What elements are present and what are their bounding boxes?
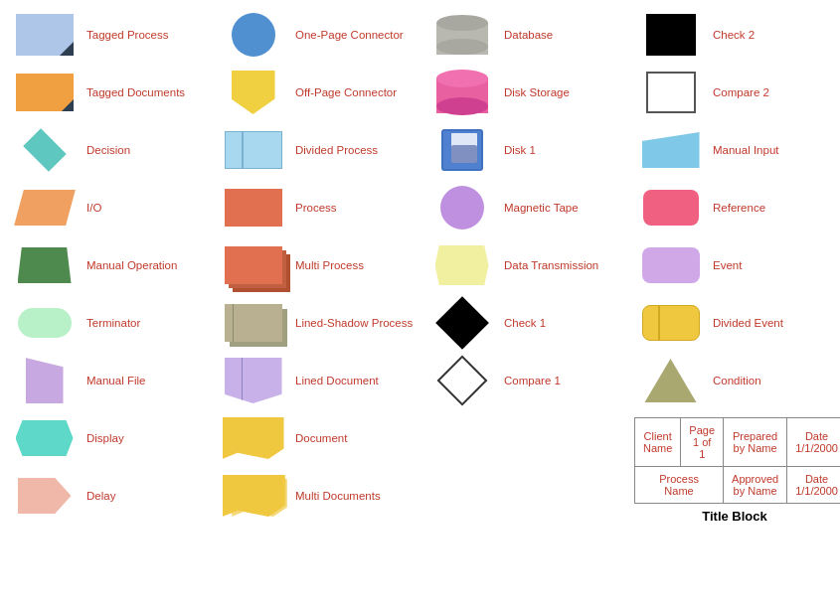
process-shape	[225, 189, 282, 227]
multi-documents-label: Multi Documents	[295, 489, 381, 504]
terminator-label: Terminator	[86, 316, 140, 331]
tagged-process-shape	[16, 14, 74, 56]
legend-tagged-process: Tagged Process	[4, 6, 213, 64]
delay-shape	[18, 478, 72, 514]
tb-prepared-by: Prepared by Name	[724, 418, 787, 467]
process-label: Process	[295, 201, 337, 216]
compare1-label: Compare 1	[504, 374, 561, 388]
disk1-shape	[441, 129, 483, 171]
decision-shape	[23, 128, 67, 172]
compare2-shape	[646, 72, 696, 113]
legend-magnetic-tape: Magnetic Tape	[421, 179, 630, 236]
compare2-label: Compare 2	[713, 85, 769, 100]
disk-storage-label: Disk Storage	[504, 85, 570, 100]
title-block-label: Title Block	[634, 509, 835, 524]
legend-lined-document: Lined Document	[213, 352, 421, 409]
legend-display: Display	[4, 409, 213, 467]
magnetic-tape-label: Magnetic Tape	[504, 201, 579, 216]
legend-check2: Check 2	[630, 6, 839, 64]
event-shape	[642, 247, 700, 283]
delay-label: Delay	[86, 489, 115, 504]
one-page-connector-label: One-Page Connector	[295, 28, 404, 43]
legend-io: I/O	[4, 179, 213, 236]
legend-condition: Condition	[630, 352, 839, 409]
legend-empty2	[421, 479, 630, 548]
lined-shadow-process-label: Lined-Shadow Process	[295, 316, 413, 331]
legend-check1: Check 1	[421, 294, 630, 352]
check1-shape	[435, 296, 489, 350]
legend-manual-file: Manual File	[4, 352, 213, 409]
legend-off-page-connector: Off-Page Connector	[213, 64, 421, 121]
tb-approved-by: Approved by Name	[724, 467, 787, 504]
tagged-process-label: Tagged Process	[86, 28, 168, 43]
legend-tagged-documents: Tagged Documents	[4, 64, 213, 121]
magnetic-tape-shape	[440, 186, 484, 230]
tb-client-name: Client Name	[635, 418, 681, 467]
multi-process-label: Multi Process	[295, 258, 364, 273]
tb-page: Page 1 of 1	[681, 418, 724, 467]
legend-lined-shadow-process: Lined-Shadow Process	[213, 294, 421, 352]
condition-label: Condition	[713, 374, 761, 388]
database-label: Database	[504, 28, 553, 43]
tagged-documents-shape	[16, 74, 74, 111]
tb-date1: Date 1/1/2000	[787, 418, 840, 467]
off-page-connector-shape	[232, 71, 275, 114]
document-shape	[223, 417, 284, 459]
legend-compare2: Compare 2	[630, 64, 839, 121]
one-page-connector-shape	[232, 13, 275, 57]
io-label: I/O	[86, 201, 101, 216]
legend-disk-storage: Disk Storage	[421, 64, 630, 121]
legend-multi-process: Multi Process	[213, 236, 421, 294]
legend-document: Document	[213, 409, 421, 467]
reference-shape	[643, 190, 699, 226]
manual-file-label: Manual File	[86, 374, 145, 388]
legend-data-transmission: Data Transmission	[421, 236, 630, 294]
divided-process-label: Divided Process	[295, 143, 378, 158]
legend-divided-process: Divided Process	[213, 121, 421, 179]
database-shape	[436, 15, 488, 55]
legend-empty1	[421, 409, 630, 479]
legend-multi-documents: Multi Documents	[213, 467, 421, 525]
decision-label: Decision	[86, 143, 130, 158]
legend-manual-input: Manual Input	[630, 121, 839, 179]
check2-label: Check 2	[713, 28, 755, 43]
divided-event-label: Divided Event	[713, 316, 783, 331]
divided-process-shape	[225, 131, 282, 169]
display-label: Display	[86, 431, 124, 446]
tb-date2: Date 1/1/2000	[787, 467, 840, 504]
event-label: Event	[713, 258, 742, 273]
off-page-connector-label: Off-Page Connector	[295, 85, 397, 100]
legend-one-page-connector: One-Page Connector	[213, 6, 421, 64]
legend-disk1: Disk 1	[421, 121, 630, 179]
condition-shape	[645, 359, 697, 402]
data-transmission-shape	[435, 245, 489, 285]
reference-label: Reference	[713, 201, 765, 216]
tb-process-name: Process Name	[635, 467, 724, 504]
compare1-shape	[436, 356, 487, 406]
manual-file-shape	[26, 358, 64, 403]
check2-shape	[646, 14, 696, 56]
legend-divided-event: Divided Event	[630, 294, 839, 352]
legend-decision: Decision	[4, 121, 213, 179]
legend-event: Event	[630, 236, 839, 294]
legend-reference: Reference	[630, 179, 839, 236]
legend-compare1: Compare 1	[421, 352, 630, 409]
lined-document-shape	[225, 358, 282, 403]
disk1-label: Disk 1	[504, 143, 536, 158]
io-shape	[14, 190, 76, 226]
legend-process: Process	[213, 179, 421, 236]
document-label: Document	[295, 431, 347, 446]
data-transmission-label: Data Transmission	[504, 258, 598, 273]
title-block-section: Client Name Page 1 of 1 Prepared by Name…	[630, 413, 839, 524]
check1-label: Check 1	[504, 316, 546, 331]
title-block-table: Client Name Page 1 of 1 Prepared by Name…	[634, 417, 840, 504]
disk-storage-shape	[436, 70, 488, 115]
multi-process-shape	[225, 246, 282, 284]
legend-database: Database	[421, 6, 630, 64]
terminator-shape	[18, 308, 72, 338]
lined-shadow-process-shape	[225, 304, 282, 342]
display-shape	[16, 420, 74, 456]
manual-operation-shape	[18, 247, 72, 283]
lined-document-label: Lined Document	[295, 374, 379, 388]
legend-delay: Delay	[4, 467, 213, 525]
